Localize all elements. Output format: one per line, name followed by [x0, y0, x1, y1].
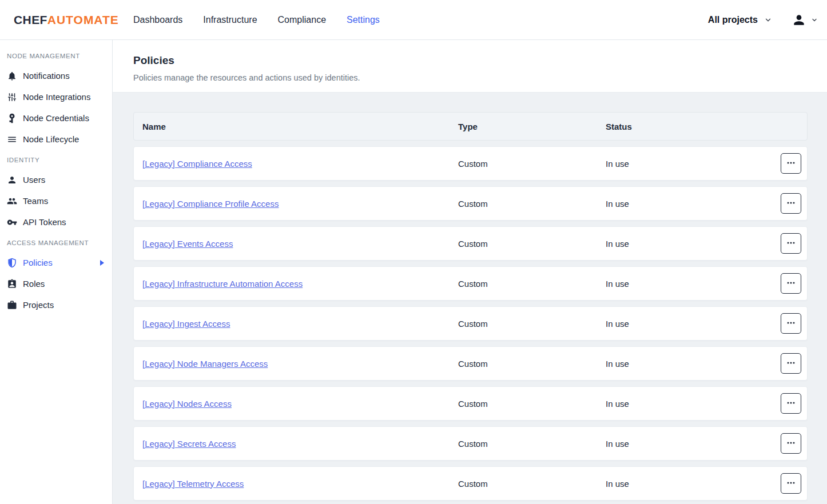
sidebar-item-label: Node Credentials [23, 113, 89, 123]
policy-name-link[interactable]: [Legacy] Secrets Access [142, 439, 236, 449]
more-horizontal-icon [786, 278, 796, 289]
sidebar: NODE MANAGEMENTNotificationsNode Integra… [0, 40, 113, 504]
policy-status: In use [597, 479, 772, 489]
sidebar-item-label: Node Integrations [23, 92, 90, 102]
sidebar-item-projects[interactable]: Projects [0, 294, 112, 315]
sidebar-item-notifications[interactable]: Notifications [0, 65, 112, 86]
sidebar-item-label: Teams [23, 196, 48, 206]
policy-type: Custom [450, 279, 597, 289]
nav-settings[interactable]: Settings [347, 15, 380, 25]
page-title: Policies [133, 54, 806, 67]
table-row: [Legacy] Node Managers AccessCustomIn us… [133, 346, 808, 381]
row-actions-button[interactable] [781, 153, 801, 174]
policy-status: In use [597, 199, 772, 209]
table-row: [Legacy] Nodes AccessCustomIn use [133, 386, 808, 421]
policy-type: Custom [450, 239, 597, 249]
row-actions-button[interactable] [781, 473, 801, 494]
sidebar-item-node-credentials[interactable]: Node Credentials [0, 107, 112, 129]
more-horizontal-icon [786, 438, 796, 449]
logo-chef: CHEF [14, 13, 47, 26]
policy-type: Custom [450, 399, 597, 409]
key-vertical-icon [7, 113, 17, 123]
more-horizontal-icon [786, 158, 796, 169]
list-icon [7, 134, 17, 145]
main-nav: DashboardsInfrastructureComplianceSettin… [133, 15, 380, 25]
policy-status: In use [597, 359, 772, 369]
sidebar-section-title: ACCESS MANAGEMENT [0, 237, 112, 249]
sidebar-item-label: Node Lifecycle [23, 134, 79, 144]
policy-name-link[interactable]: [Legacy] Infrastructure Automation Acces… [142, 279, 303, 289]
table-body: [Legacy] Compliance AccessCustomIn use[L… [133, 146, 808, 501]
briefcase-icon [7, 300, 17, 310]
sidebar-item-users[interactable]: Users [0, 169, 112, 190]
nav-compliance[interactable]: Compliance [278, 15, 326, 25]
page-subtitle: Policies manage the resources and action… [133, 73, 806, 82]
chevron-down-icon [764, 16, 772, 24]
policy-name-link[interactable]: [Legacy] Events Access [142, 239, 233, 249]
chevron-down-icon [811, 17, 818, 23]
projects-filter-label: All projects [708, 15, 758, 25]
sidebar-item-label: Notifications [23, 71, 70, 81]
row-actions-button[interactable] [781, 353, 801, 374]
policies-table-area: Name Type Status [Legacy] Compliance Acc… [113, 93, 827, 504]
more-horizontal-icon [786, 238, 796, 249]
sidebar-item-label: Policies [23, 258, 53, 267]
sidebar-item-label: Projects [23, 300, 54, 310]
policy-type: Custom [450, 479, 597, 489]
row-actions-button[interactable] [781, 433, 801, 454]
table-header: Name Type Status [133, 112, 808, 141]
row-actions-button[interactable] [781, 313, 801, 334]
sidebar-item-policies[interactable]: Policies [0, 252, 112, 273]
user-menu[interactable] [792, 13, 818, 27]
more-horizontal-icon [786, 198, 796, 209]
nav-dashboards[interactable]: Dashboards [133, 15, 182, 25]
policy-type: Custom [450, 359, 597, 369]
column-header-type: Type [450, 122, 597, 131]
policy-name-link[interactable]: [Legacy] Node Managers Access [142, 359, 268, 369]
policy-name-link[interactable]: [Legacy] Nodes Access [142, 399, 232, 409]
header-right: All projects [708, 13, 818, 27]
app-header: CHEFAUTOMATE DashboardsInfrastructureCom… [0, 0, 827, 40]
row-actions-button[interactable] [781, 393, 801, 414]
table-row: [Legacy] Infrastructure Automation Acces… [133, 266, 808, 301]
table-row: [Legacy] Secrets AccessCustomIn use [133, 426, 808, 461]
sidebar-section-identity: IDENTITYUsersTeamsAPI Tokens [0, 154, 112, 233]
policy-type: Custom [450, 159, 597, 169]
app-logo[interactable]: CHEFAUTOMATE [14, 13, 119, 27]
sidebar-section-node-management: NODE MANAGEMENTNotificationsNode Integra… [0, 50, 112, 150]
more-horizontal-icon [786, 318, 796, 329]
table-row: [Legacy] Telemetry AccessCustomIn use [133, 466, 808, 501]
policy-name-link[interactable]: [Legacy] Compliance Profile Access [142, 199, 279, 209]
sidebar-item-node-integrations[interactable]: Node Integrations [0, 86, 112, 107]
policy-status: In use [597, 159, 772, 169]
policy-name-link[interactable]: [Legacy] Compliance Access [142, 159, 252, 169]
projects-filter-dropdown[interactable]: All projects [708, 15, 772, 25]
arrow-right-icon [100, 260, 104, 266]
column-header-name: Name [134, 122, 450, 131]
sidebar-item-label: Roles [23, 279, 45, 289]
sidebar-item-teams[interactable]: Teams [0, 190, 112, 211]
policy-name-link[interactable]: [Legacy] Ingest Access [142, 319, 230, 329]
table-row: [Legacy] Compliance AccessCustomIn use [133, 146, 808, 181]
sliders-icon [7, 92, 17, 102]
policy-status: In use [597, 439, 772, 449]
policy-status: In use [597, 399, 772, 409]
policy-name-link[interactable]: [Legacy] Telemetry Access [142, 479, 244, 489]
row-actions-button[interactable] [781, 193, 801, 214]
bell-icon [7, 71, 17, 81]
sidebar-item-api-tokens[interactable]: API Tokens [0, 211, 112, 233]
policy-status: In use [597, 319, 772, 329]
sidebar-item-label: API Tokens [23, 217, 66, 227]
nav-infrastructure[interactable]: Infrastructure [203, 15, 257, 25]
table-row: [Legacy] Compliance Profile AccessCustom… [133, 186, 808, 221]
table-row: [Legacy] Ingest AccessCustomIn use [133, 306, 808, 341]
row-actions-button[interactable] [781, 273, 801, 294]
sidebar-section-access-management: ACCESS MANAGEMENTPoliciesRolesProjects [0, 237, 112, 315]
sidebar-item-node-lifecycle[interactable]: Node Lifecycle [0, 129, 112, 150]
policy-status: In use [597, 279, 772, 289]
sidebar-item-roles[interactable]: Roles [0, 273, 112, 294]
logo-automate: AUTOMATE [47, 13, 119, 26]
more-horizontal-icon [786, 398, 796, 409]
row-actions-button[interactable] [781, 233, 801, 254]
key-icon [7, 217, 17, 227]
